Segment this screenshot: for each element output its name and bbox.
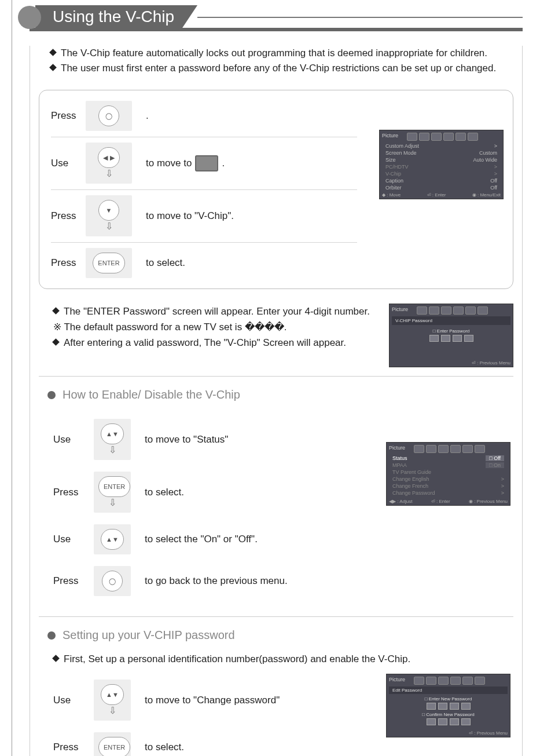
steps-enable: Use ▲▼⇩ to move to "Status" Press ENTER⇩… [53, 413, 510, 602]
step-row: Use ▲▼ to select the "On" or "Off". [53, 518, 374, 560]
step-label: Press [53, 487, 86, 498]
intro-line: The V-Chip feature automatically locks o… [50, 46, 502, 61]
step-text: to move to "Status" [145, 434, 228, 445]
step-text: to go back to the previous menu. [145, 575, 288, 587]
note-line: The "ENTER Password" screen will appear.… [53, 304, 377, 319]
content-frame: The V-Chip feature automatically locks o… [30, 46, 523, 756]
tv-icon [195, 155, 218, 171]
up-down-arrow-icon: ▲▼ [94, 524, 131, 554]
password-intro: First, Set up a personal identification … [53, 653, 510, 665]
step-row: Use ▲▼⇩ to move to "Change password" [53, 674, 374, 726]
step-label: Use [51, 158, 86, 169]
note-line: ※ The default password for a new TV set … [53, 319, 377, 335]
osd-picture-menu: Picture Custom Adjust> Screen ModeCustom… [379, 130, 504, 199]
step-row: Press ENTER⇩ to select. [53, 466, 374, 518]
step-text: to move to "Change password" [145, 695, 280, 706]
section-bullet [47, 631, 56, 640]
section-title: How to Enable/ Disable the V-Chip [63, 388, 240, 401]
title-bullet [18, 6, 41, 29]
section-title: Setting up your V-CHIP password [63, 629, 235, 642]
step-label: Use [53, 534, 86, 545]
down-arrow-icon: ⇩ [98, 444, 126, 455]
down-arrow-icon: ⇩ [98, 497, 126, 508]
osd-password: Picture V-CHIP Password □ Enter Password… [389, 304, 513, 367]
enter-button-icon: ENTER⇩ [94, 472, 131, 513]
step-label: Press [51, 210, 86, 222]
divider [39, 616, 513, 617]
page-title-bar: Using the V-Chip [18, 6, 523, 29]
up-down-arrow-icon: ▲▼⇩ [94, 419, 131, 460]
step-row: Press ◯ to go back to the previous menu. [53, 560, 374, 602]
enter-button-icon: ENTER [94, 732, 131, 756]
step-row: Press ▼ ⇩ to move to "V-Chip". [39, 189, 369, 242]
step-label: Use [53, 695, 86, 706]
page-title: Using the V-Chip [35, 5, 197, 30]
osd-edit-password: Picture Edit Password □ Enter New Passwo… [386, 674, 510, 737]
down-button-icon: ▼ ⇩ [86, 195, 132, 236]
step-text: to move to "V-Chip". [146, 210, 234, 222]
title-line [197, 17, 523, 18]
step-text: to select. [145, 487, 184, 498]
step-text: to select. [145, 742, 184, 753]
down-arrow-icon: ⇩ [90, 168, 127, 179]
step-text: . [146, 110, 149, 122]
password-note-section: The "ENTER Password" screen will appear.… [53, 304, 513, 367]
step-row: Use ◀ ▶ ⇩ to move to . [39, 137, 369, 189]
steps-box-1: Press ◯ . Use ◀ ▶ ⇩ to move to . [39, 90, 513, 289]
osd-status: Picture Status□ Off MPAA□ On TV Parent G… [386, 442, 510, 506]
step-label: Press [53, 575, 86, 587]
section-header-enable: How to Enable/ Disable the V-Chip [47, 388, 513, 401]
up-down-arrow-icon: ▲▼⇩ [94, 680, 131, 721]
section-header-password: Setting up your V-CHIP password [47, 629, 513, 642]
step-row: Use ▲▼⇩ to move to "Status" [53, 413, 374, 466]
step-text: to select. [146, 257, 185, 269]
step-label: Press [53, 742, 86, 753]
menu-button-icon: ◯ [94, 566, 131, 596]
down-arrow-icon: ⇩ [98, 705, 126, 716]
left-right-arrow-icon: ◀ ▶ ⇩ [86, 143, 132, 184]
down-arrow-icon: ⇩ [90, 221, 127, 232]
step-label: Press [51, 110, 86, 122]
note-line: After entering a valid password, The "V-… [53, 335, 377, 350]
intro-line: The user must first enter a password bef… [50, 61, 502, 76]
step-label: Use [53, 434, 86, 445]
enter-button-icon: ENTER [86, 248, 132, 278]
step-text: to move to . [146, 155, 225, 171]
step-label: Press [51, 257, 86, 269]
section-bullet [47, 391, 56, 399]
intro-text: The V-Chip feature automatically locks o… [50, 46, 502, 75]
step-row: Press ◯ . [39, 95, 369, 137]
steps-password: Use ▲▼⇩ to move to "Change password" Pre… [53, 674, 510, 756]
step-row: Press ENTER to select. [53, 726, 374, 756]
menu-button-icon: ◯ [86, 101, 132, 131]
divider [39, 376, 513, 377]
step-row: Press ENTER to select. [39, 242, 369, 284]
step-text: to select the "On" or "Off". [145, 534, 258, 545]
